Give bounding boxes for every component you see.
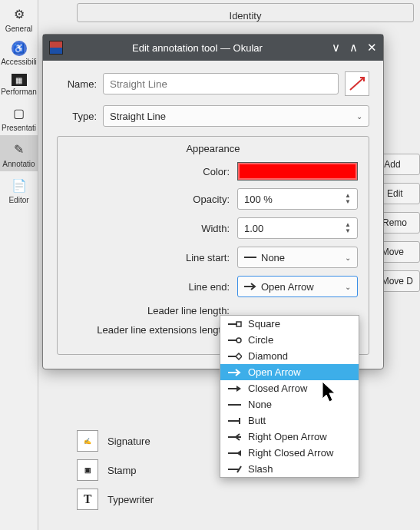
dropdown-item-right-closed-arrow[interactable]: Right Closed Arrow: [220, 445, 359, 461]
bg-sidebar: ⚙ General ♿ Accessibili ▦ Performan ▢ Pr…: [0, 0, 38, 530]
width-label: Width:: [68, 223, 230, 234]
sidebar-item-presentation[interactable]: ▢ Presentati: [0, 99, 38, 135]
button-label: Move: [382, 247, 404, 257]
color-picker[interactable]: [237, 162, 358, 181]
dropdown-item-slash[interactable]: Slash: [220, 461, 359, 477]
dropdown-item-label: None: [248, 399, 272, 410]
button-label: Add: [384, 159, 400, 170]
svg-marker-17: [236, 450, 241, 456]
svg-marker-8: [236, 353, 242, 359]
dropdown-item-label: Square: [248, 318, 280, 330]
sidebar-item-label: Performan: [1, 88, 37, 96]
svg-marker-11: [236, 386, 241, 392]
sidebar-item-label: Annotatio: [2, 160, 35, 168]
identity-header-label: Identity: [230, 10, 262, 22]
right-open-arrow-end-icon: [228, 433, 242, 441]
signature-icon: ✍: [77, 430, 98, 452]
typewriter-icon: T: [77, 489, 98, 510]
combobox-value: Open Arrow: [261, 281, 314, 293]
bg-annotation-list: ✍ Signature ▣ Stamp T Typewriter: [77, 430, 154, 510]
dropdown-item-label: Open Arrow: [248, 366, 301, 378]
dropdown-item-label: Butt: [248, 415, 266, 426]
dropdown-item-label: Circle: [248, 334, 273, 346]
stamp-icon: ▣: [77, 459, 98, 481]
leader-line-length-label: Leader line length:: [68, 305, 230, 316]
chevron-down-icon: ⌄: [345, 253, 351, 262]
line-start-label: Line start:: [68, 252, 230, 263]
svg-line-0: [350, 78, 364, 90]
combobox-value: Straight Line: [110, 111, 166, 122]
name-label: Name:: [57, 78, 97, 90]
presentation-icon: ▢: [10, 104, 28, 122]
dropdown-item-label: Closed Arrow: [248, 383, 307, 394]
app-icon: [49, 41, 63, 55]
dropdown-item-label: Slash: [248, 463, 273, 475]
diamond-end-icon: [228, 353, 242, 360]
width-spinbox[interactable]: 1.00 ▲▼: [237, 217, 358, 239]
opacity-label: Opacity:: [68, 194, 230, 205]
spin-arrows-icon[interactable]: ▲▼: [345, 193, 351, 205]
sidebar-item-accessibility[interactable]: ♿ Accessibili: [0, 36, 38, 69]
spinbox-value: 100 %: [244, 194, 273, 205]
line-end-dropdown-menu[interactable]: Square Circle Diamond Open Arrow Closed …: [220, 315, 359, 478]
button-label: Edit: [387, 188, 403, 199]
dropdown-item-right-open-arrow[interactable]: Right Open Arrow: [220, 429, 359, 445]
circle-end-icon: [228, 336, 242, 344]
sidebar-item-label: General: [5, 25, 33, 33]
sidebar-item-general[interactable]: ⚙ General: [0, 0, 38, 36]
dialog-titlebar[interactable]: Edit annotation tool — Okular ∨ ∧ ✕: [43, 35, 383, 61]
leader-line-ext-label: Leader line extensions length:: [68, 324, 230, 336]
list-item-label: Typewriter: [107, 494, 154, 505]
chevron-down-icon: ⌄: [356, 112, 362, 121]
sidebar-item-performance[interactable]: ▦ Performan: [0, 69, 38, 99]
gear-icon: ⚙: [10, 5, 28, 23]
right-closed-arrow-end-icon: [228, 449, 242, 457]
tool-preview-icon: [345, 71, 369, 96]
sidebar-item-label: Editor: [8, 196, 28, 204]
opacity-spinbox[interactable]: 100 % ▲▼: [237, 188, 358, 210]
spinbox-value: 1.00: [244, 223, 263, 234]
dropdown-item-none[interactable]: None: [220, 396, 359, 412]
line-start-combobox[interactable]: None ⌄: [237, 247, 358, 268]
dropdown-item-open-arrow[interactable]: Open Arrow: [220, 364, 359, 380]
list-item-signature[interactable]: ✍ Signature: [77, 430, 154, 452]
sidebar-item-label: Accessibili: [1, 58, 37, 66]
line-end-combobox[interactable]: Open Arrow ⌄: [237, 276, 358, 297]
close-icon[interactable]: ✕: [367, 41, 377, 55]
name-input[interactable]: [103, 73, 339, 94]
open-arrow-end-icon: [228, 369, 242, 376]
line-end-label: Line end:: [68, 281, 230, 293]
editor-icon: 📄: [10, 176, 28, 194]
list-item-stamp[interactable]: ▣ Stamp: [77, 459, 154, 481]
identity-groupbox: Identity: [77, 3, 414, 22]
combobox-value: None: [261, 252, 285, 263]
butt-end-icon: [228, 417, 242, 425]
chevron-down-icon: ⌄: [345, 283, 351, 291]
type-label: Type:: [57, 111, 97, 122]
maximize-icon[interactable]: ∧: [349, 41, 358, 55]
dropdown-item-circle[interactable]: Circle: [220, 332, 359, 348]
dropdown-item-label: Right Open Arrow: [248, 431, 327, 442]
color-label: Color:: [68, 166, 230, 177]
list-item-label: Stamp: [107, 465, 137, 476]
dropdown-item-square[interactable]: Square: [220, 316, 359, 332]
dropdown-item-label: Diamond: [248, 350, 288, 362]
sidebar-item-editor[interactable]: 📄 Editor: [0, 171, 38, 207]
type-combobox[interactable]: Straight Line ⌄: [103, 105, 369, 127]
dropdown-item-label: Right Closed Arrow: [248, 447, 333, 459]
performance-icon: ▦: [12, 74, 27, 86]
minimize-icon[interactable]: ∨: [332, 41, 340, 55]
none-end-icon: [228, 401, 242, 409]
list-item-typewriter[interactable]: T Typewriter: [77, 489, 154, 510]
dropdown-item-diamond[interactable]: Diamond: [220, 348, 359, 364]
slash-end-icon: [228, 465, 242, 473]
dialog-title: Edit annotation tool — Okular: [69, 42, 326, 54]
appearance-legend: Appearance: [68, 143, 358, 154]
list-item-label: Signature: [107, 436, 150, 447]
dropdown-item-closed-arrow[interactable]: Closed Arrow: [220, 380, 359, 396]
spin-arrows-icon[interactable]: ▲▼: [345, 222, 351, 234]
button-label: Remo: [382, 217, 407, 228]
sidebar-item-label: Presentati: [2, 124, 36, 132]
sidebar-item-annotations[interactable]: ✎ Annotatio: [0, 135, 38, 171]
dropdown-item-butt[interactable]: Butt: [220, 412, 359, 429]
